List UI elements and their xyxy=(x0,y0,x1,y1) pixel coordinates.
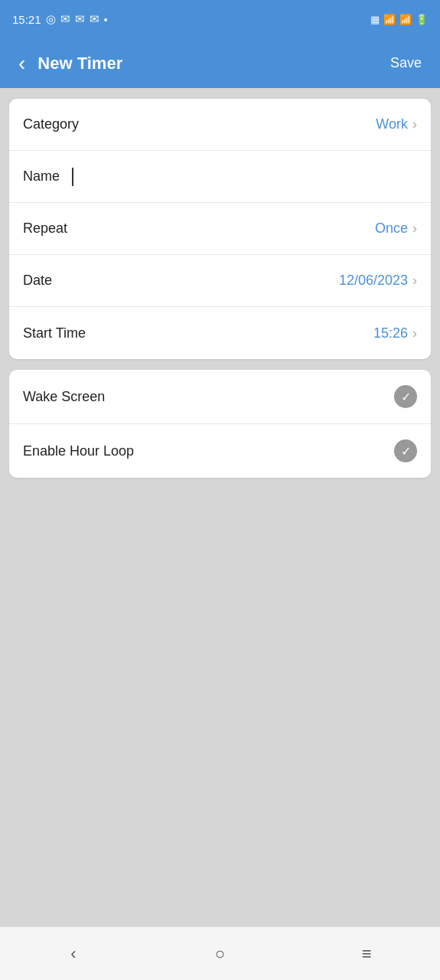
start-time-chevron-icon: › xyxy=(412,325,417,341)
bottom-nav: ‹ ○ ≡ xyxy=(0,926,440,980)
repeat-chevron-icon: › xyxy=(412,220,417,237)
bottom-menu-button[interactable]: ≡ xyxy=(293,927,440,980)
bottom-home-button[interactable]: ○ xyxy=(147,927,294,980)
status-left: 15:21 ◎ ✉ ✉ ✉ • xyxy=(12,12,108,26)
date-row[interactable]: Date 12/06/2023 › xyxy=(9,255,431,307)
bottom-back-button[interactable]: ‹ xyxy=(0,927,147,980)
status-bar: 15:21 ◎ ✉ ✉ ✉ • ▦ 📶 📶 🔋 xyxy=(0,0,440,38)
wake-screen-label: Wake Screen xyxy=(23,389,105,405)
toggles-card: Wake Screen ✓ Enable Hour Loop ✓ xyxy=(9,370,431,478)
repeat-label: Repeat xyxy=(23,220,67,237)
bottom-menu-icon: ≡ xyxy=(362,944,372,964)
signal-icon: 📶 xyxy=(399,14,412,25)
start-time-value-group: 15:26 › xyxy=(373,325,417,341)
repeat-value-group: Once › xyxy=(375,220,417,237)
status-icon-3: ✉ xyxy=(75,12,85,26)
category-value-group: Work › xyxy=(376,116,417,132)
status-dot: • xyxy=(104,13,108,26)
enable-hour-loop-checkmark: ✓ xyxy=(401,444,411,459)
status-icon-2: ✉ xyxy=(60,12,70,26)
name-input[interactable] xyxy=(72,168,417,186)
date-chevron-icon: › xyxy=(412,273,417,289)
page-title: New Timer xyxy=(31,54,384,74)
enable-hour-loop-label: Enable Hour Loop xyxy=(23,443,134,459)
form-card: Category Work › Name Repeat Once › Date … xyxy=(9,99,431,359)
status-right: ▦ 📶 📶 🔋 xyxy=(370,14,428,25)
start-time-row[interactable]: Start Time 15:26 › xyxy=(9,307,431,359)
date-value: 12/06/2023 xyxy=(339,273,408,289)
enable-hour-loop-row[interactable]: Enable Hour Loop ✓ xyxy=(9,424,431,478)
status-icon-4: ✉ xyxy=(90,12,99,26)
nav-bar: ‹ New Timer Save xyxy=(0,38,440,88)
status-time: 15:21 xyxy=(12,13,41,26)
battery-icon: 🔋 xyxy=(416,14,428,25)
category-chevron-icon: › xyxy=(412,116,417,132)
category-value: Work xyxy=(376,116,408,132)
start-time-value: 15:26 xyxy=(373,325,408,341)
vibrate-icon: ▦ xyxy=(370,14,380,25)
content-area: Category Work › Name Repeat Once › Date … xyxy=(0,88,440,926)
name-label: Name xyxy=(23,168,60,185)
date-label: Date xyxy=(23,273,52,289)
back-button[interactable]: ‹ xyxy=(12,47,31,80)
repeat-row[interactable]: Repeat Once › xyxy=(9,203,431,255)
status-icon-1: ◎ xyxy=(46,12,56,26)
bottom-back-icon: ‹ xyxy=(70,944,76,964)
bottom-home-icon: ○ xyxy=(215,944,225,964)
save-button[interactable]: Save xyxy=(384,49,428,77)
category-label: Category xyxy=(23,116,79,132)
repeat-value: Once xyxy=(375,220,408,237)
start-time-label: Start Time xyxy=(23,325,86,341)
name-row: Name xyxy=(9,151,431,203)
enable-hour-loop-toggle[interactable]: ✓ xyxy=(394,439,417,462)
wake-screen-checkmark: ✓ xyxy=(401,390,411,404)
date-value-group: 12/06/2023 › xyxy=(339,273,417,289)
category-row[interactable]: Category Work › xyxy=(9,99,431,151)
wake-screen-toggle[interactable]: ✓ xyxy=(394,385,417,408)
wifi-icon: 📶 xyxy=(383,14,396,25)
wake-screen-row[interactable]: Wake Screen ✓ xyxy=(9,370,431,424)
